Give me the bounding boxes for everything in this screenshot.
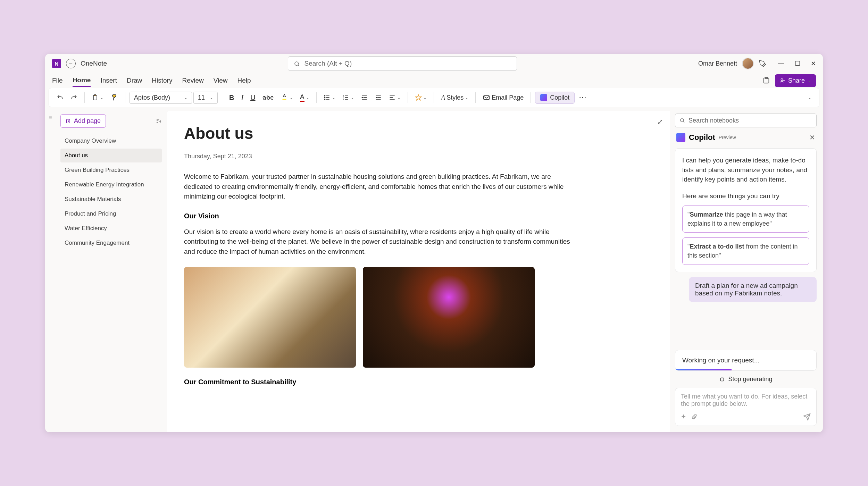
align-button[interactable]: ⌄ (386, 92, 403, 103)
tab-view[interactable]: View (214, 75, 228, 86)
page-item[interactable]: Company Overview (60, 134, 162, 148)
app-title: OneNote (81, 60, 107, 67)
tab-file[interactable]: File (52, 75, 63, 86)
back-button[interactable]: ← (66, 59, 76, 68)
underline-button[interactable]: U (248, 92, 258, 104)
sparkle-icon[interactable]: ✦ (681, 413, 686, 420)
tab-history[interactable]: History (152, 75, 172, 86)
notebook-search-input[interactable]: Search notebooks (675, 114, 817, 127)
page-title[interactable]: About us (184, 124, 653, 143)
vision-paragraph[interactable]: Our vision is to create a world where ev… (184, 227, 573, 257)
tab-home[interactable]: Home (73, 74, 91, 87)
page-item[interactable]: Water Efficiency (60, 221, 162, 235)
avatar[interactable] (742, 58, 754, 69)
font-color-button[interactable]: A⌄ (297, 91, 312, 104)
copilot-input[interactable]: Tell me what you want to do. For ideas, … (675, 388, 817, 426)
copilot-try-label: Here are some things you can try (682, 191, 809, 201)
svg-rect-8 (94, 95, 96, 96)
font-size-dropdown[interactable]: 11 ⌄ (193, 92, 218, 104)
highlight-button[interactable]: ⌄ (278, 92, 296, 103)
page-date: Thursday, Sept 21, 2023 (184, 153, 653, 160)
copilot-user-message: Draft a plan for a new ad campaign based… (689, 277, 817, 302)
add-page-label: Add page (74, 117, 101, 125)
indent-button[interactable] (372, 92, 385, 103)
window-controls: — ☐ ✕ (778, 60, 816, 67)
undo-button[interactable] (54, 92, 66, 103)
hamburger-icon[interactable]: ≡ (49, 114, 52, 120)
number-list-button[interactable]: 123⌄ (340, 92, 357, 103)
vision-heading[interactable]: Our Vision (184, 212, 653, 220)
ribbon-collapse-button[interactable]: ⌄ (805, 93, 814, 102)
copilot-suggestion-extract[interactable]: "Extract a to-do list from the content i… (682, 237, 809, 265)
page-item[interactable]: Sustainable Materials (60, 192, 162, 206)
svg-line-39 (683, 122, 684, 123)
sugg2-bold: Extract a to-do list (690, 243, 744, 250)
nav-toggle-column: ≡ (45, 107, 56, 432)
intro-paragraph[interactable]: Welcome to Fabrikam, your trusted partne… (184, 172, 573, 202)
ribbon: ⌄ Aptos (Body) ⌄ 11 ⌄ B I U a̶b̶c̶ ⌄ A⌄ … (49, 88, 819, 107)
copilot-label: Copilot (550, 94, 569, 101)
minimize-button[interactable]: — (778, 60, 784, 67)
page-content[interactable]: ⤢ About us Thursday, Sept 21, 2023 Welco… (167, 111, 670, 432)
copilot-panel: Search notebooks Copilot Preview ✕ I can… (670, 107, 823, 432)
bullet-list-button[interactable]: ⌄ (321, 92, 338, 103)
send-icon[interactable] (803, 412, 811, 421)
chevron-down-icon: ⌄ (808, 78, 811, 83)
share-label: Share (788, 77, 805, 84)
copilot-header: Copilot Preview ✕ (675, 132, 817, 143)
attachment-icon[interactable] (691, 413, 697, 420)
page-item[interactable]: About us (60, 149, 162, 162)
copilot-suggestion-summarize[interactable]: "Summarize this page in a way that expla… (682, 206, 809, 233)
font-name-dropdown[interactable]: Aptos (Body) ⌄ (130, 92, 192, 104)
copilot-ribbon-button[interactable]: Copilot (535, 92, 575, 104)
font-size-value: 11 (198, 94, 205, 101)
format-painter-button[interactable] (108, 92, 121, 103)
maximize-button[interactable]: ☐ (795, 60, 800, 67)
title-divider (184, 147, 333, 147)
image-wooden-architecture[interactable] (184, 267, 356, 368)
tab-draw[interactable]: Draw (127, 75, 142, 86)
strikethrough-button[interactable]: a̶b̶c̶ (260, 92, 276, 103)
tab-review[interactable]: Review (182, 75, 203, 86)
redo-button[interactable] (68, 92, 80, 103)
tab-help[interactable]: Help (237, 75, 251, 86)
notebook-search-placeholder: Search notebooks (688, 117, 739, 124)
tag-button[interactable]: ⌄ (412, 92, 429, 103)
page-item[interactable]: Renewable Energy Integration (60, 178, 162, 192)
sort-button[interactable] (156, 117, 162, 124)
commitment-heading[interactable]: Our Commitment to Sustainability (184, 378, 653, 386)
share-button[interactable]: Share ⌄ (775, 74, 816, 87)
page-item[interactable]: Community Engagement (60, 236, 162, 250)
bold-button[interactable]: B (226, 92, 237, 104)
feed-icon[interactable] (762, 77, 770, 85)
stop-label: Stop generating (728, 376, 772, 383)
stop-generating-button[interactable]: Stop generating (675, 371, 817, 388)
search-placeholder: Search (Alt + Q) (304, 60, 352, 67)
page-list: Company Overview About us Green Building… (60, 134, 162, 250)
page-item[interactable]: Green Building Practices (60, 163, 162, 177)
image-dome-interior[interactable] (363, 267, 535, 368)
copilot-title: Copilot (689, 133, 715, 142)
italic-button[interactable]: I (238, 92, 246, 104)
copilot-intro-card: I can help you generate ideas, make to-d… (675, 148, 817, 272)
search-icon (294, 60, 300, 67)
copilot-close-button[interactable]: ✕ (809, 133, 815, 142)
menu-tabs: File Home Insert Draw History Review Vie… (45, 73, 823, 88)
more-options-button[interactable]: ⋯ (576, 91, 589, 104)
styles-button[interactable]: A Styles ⌄ (438, 92, 471, 104)
global-search-input[interactable]: Search (Alt + Q) (288, 56, 517, 71)
paste-button[interactable]: ⌄ (89, 92, 106, 103)
email-page-button[interactable]: Email Page (480, 92, 526, 103)
page-item[interactable]: Product and Pricing (60, 207, 162, 221)
expand-icon[interactable]: ⤢ (657, 118, 663, 126)
app-window: N ← OneNote Search (Alt + Q) Omar Bennet… (45, 54, 823, 432)
user-area: Omar Bennett — ☐ ✕ (698, 58, 816, 69)
svg-point-11 (324, 97, 325, 98)
svg-point-0 (295, 62, 299, 66)
tab-insert[interactable]: Insert (100, 75, 117, 86)
add-page-button[interactable]: Add page (60, 114, 106, 128)
close-button[interactable]: ✕ (811, 60, 816, 67)
pen-icon[interactable] (759, 60, 766, 67)
main-area: ≡ Add page Company Overview About us Gre… (45, 107, 823, 432)
outdent-button[interactable] (358, 92, 371, 103)
